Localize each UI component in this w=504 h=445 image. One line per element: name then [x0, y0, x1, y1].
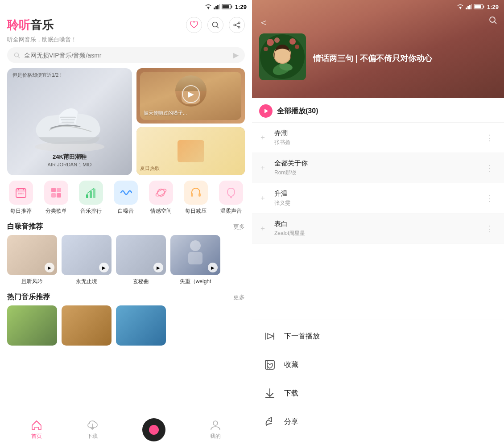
white-noise-icon-bg — [114, 181, 138, 205]
nav-profile[interactable]: 我的 — [210, 419, 221, 440]
next-play-icon — [263, 329, 277, 343]
add-song-2[interactable]: ＋ — [259, 163, 270, 173]
add-song-4[interactable]: ＋ — [259, 224, 270, 233]
svg-point-58 — [274, 37, 280, 43]
action-share[interactable]: 分享 — [252, 408, 504, 436]
svg-rect-3 — [215, 6, 217, 9]
hot-card-3[interactable] — [116, 305, 166, 346]
action-next-play[interactable]: 下一首播放 — [252, 322, 504, 350]
svg-line-14 — [235, 23, 238, 25]
play-btn-2[interactable]: ▶ — [99, 263, 109, 272]
action-next-label: 下一首播放 — [284, 332, 320, 341]
search-input[interactable] — [24, 52, 230, 59]
banner-main-image: 但是价格却便宜近1/2！ — [7, 68, 132, 175]
title-char-4: 乐 — [42, 18, 54, 32]
svg-line-10 — [217, 26, 219, 28]
headphone-icon — [190, 186, 202, 199]
banner-side-2[interactable]: 夏日热歌 — [136, 127, 245, 175]
album-title: 情话两三句 | 不偏不倚只对你动心 — [313, 53, 497, 64]
action-collect[interactable]: 收藏 — [252, 350, 504, 379]
album-cover — [259, 33, 306, 80]
svg-rect-34 — [90, 191, 92, 198]
wn-card-2[interactable]: ▶ 永无止境 — [62, 235, 112, 285]
next-play-svg — [264, 330, 276, 342]
favorite-button[interactable] — [186, 17, 202, 33]
svg-rect-38 — [191, 193, 193, 197]
song-name-3: 升温 — [274, 190, 482, 198]
back-button[interactable]: ＜ — [258, 15, 269, 29]
play-all-icon — [263, 108, 269, 114]
banner-main[interactable]: 但是价格却便宜近1/2！ — [7, 68, 132, 175]
play-btn-1[interactable]: ▶ — [45, 263, 54, 272]
right-header: 1:29 ＜ — [252, 0, 504, 98]
category-daily[interactable]: 每日推荐 — [9, 181, 33, 215]
svg-rect-32 — [57, 193, 61, 198]
white-noise-section-header: 白噪音推荐 更多 — [0, 220, 252, 235]
banner-side-1[interactable]: ▶ 被天使吻过的嗓子... — [136, 68, 245, 124]
white-noise-more-btn[interactable]: 更多 — [233, 223, 245, 231]
category-chart[interactable]: 音乐排行 — [79, 181, 103, 215]
song-more-3[interactable]: ⋮ — [482, 192, 497, 205]
banner-main-label: 24K莆田潮鞋 — [47, 153, 91, 161]
svg-rect-33 — [86, 194, 88, 198]
bottom-nav: 首页 下载 我的 — [0, 414, 252, 445]
heart-icon — [190, 21, 198, 29]
nav-download[interactable]: 下载 — [87, 419, 98, 440]
download-svg — [264, 387, 276, 400]
svg-point-13 — [238, 26, 240, 28]
playlist-items: ＋ 弄潮 张书扬 ⋮ ＋ 全都关于你 Rom那锐 ⋮ ＋ 升温 — [252, 123, 504, 320]
category-white[interactable]: 白噪音 — [114, 181, 138, 215]
svg-rect-4 — [217, 5, 219, 9]
category-emotion[interactable]: 情感空间 — [149, 181, 173, 215]
wn-card-4[interactable]: ▶ 失重（weight — [170, 235, 220, 285]
share-button[interactable] — [229, 17, 245, 33]
category-playlist[interactable]: 分类歌单 — [44, 181, 68, 215]
play-circle-icon: ▶ — [182, 85, 200, 103]
search-button[interactable] — [207, 17, 223, 33]
status-icons — [205, 4, 232, 9]
download-nav-label: 下载 — [87, 433, 98, 440]
song-more-4[interactable]: ⋮ — [482, 222, 497, 235]
svg-marker-66 — [264, 109, 268, 113]
shoe-illustration — [25, 99, 114, 153]
category-gentle[interactable]: 温柔声音 — [219, 181, 243, 215]
planet-icon — [155, 186, 167, 199]
hot-card-1[interactable] — [7, 305, 57, 346]
download-action-icon — [263, 386, 277, 400]
artist-1: 张书扬 — [274, 139, 482, 146]
app-header: 聆听音乐 — [0, 13, 252, 35]
category-reduce[interactable]: 每日减压 — [184, 181, 208, 215]
artist-3: 张义雯 — [274, 199, 482, 207]
svg-rect-47 — [467, 6, 469, 9]
emotion-icon-bg — [149, 181, 173, 205]
nav-home[interactable]: 首页 — [31, 419, 42, 440]
hot-card-img-1 — [7, 305, 57, 346]
hot-card-2[interactable] — [62, 305, 112, 346]
action-download[interactable]: 下载 — [252, 379, 504, 408]
song-name-4: 表白 — [274, 220, 482, 228]
svg-point-53 — [490, 17, 495, 22]
play-btn-3[interactable]: ▶ — [153, 263, 163, 272]
song-name-2: 全都关于你 — [274, 159, 482, 168]
song-more-2[interactable]: ⋮ — [482, 161, 497, 175]
action-share-label: 分享 — [284, 417, 298, 427]
play-btn-4[interactable]: ▶ — [208, 263, 218, 272]
wn-card-3[interactable]: ▶ 玄秘曲 — [116, 235, 166, 285]
artist-4: Zealot周星星 — [274, 230, 482, 237]
share-svg — [264, 416, 276, 428]
hot-music-more-btn[interactable]: 更多 — [233, 293, 245, 301]
wn-card-1[interactable]: ▶ 且听风吟 — [7, 235, 57, 285]
app-subtitle: 听全网音乐，助眠白噪音！ — [0, 35, 252, 47]
playlist-item-2: ＋ 全都关于你 Rom那锐 ⋮ — [252, 153, 504, 183]
right-search-button[interactable] — [488, 15, 498, 28]
add-song-3[interactable]: ＋ — [259, 194, 270, 203]
add-song-1[interactable]: ＋ — [259, 133, 270, 142]
right-wifi-icon — [457, 4, 464, 9]
fab-play-button[interactable] — [142, 418, 165, 441]
daily-icon-bg — [9, 181, 33, 205]
search-bar[interactable]: ▶ — [7, 47, 245, 63]
share-action-icon — [263, 415, 277, 429]
song-more-1[interactable]: ⋮ — [482, 131, 497, 144]
svg-rect-35 — [93, 189, 95, 198]
play-all-button[interactable] — [259, 104, 273, 118]
